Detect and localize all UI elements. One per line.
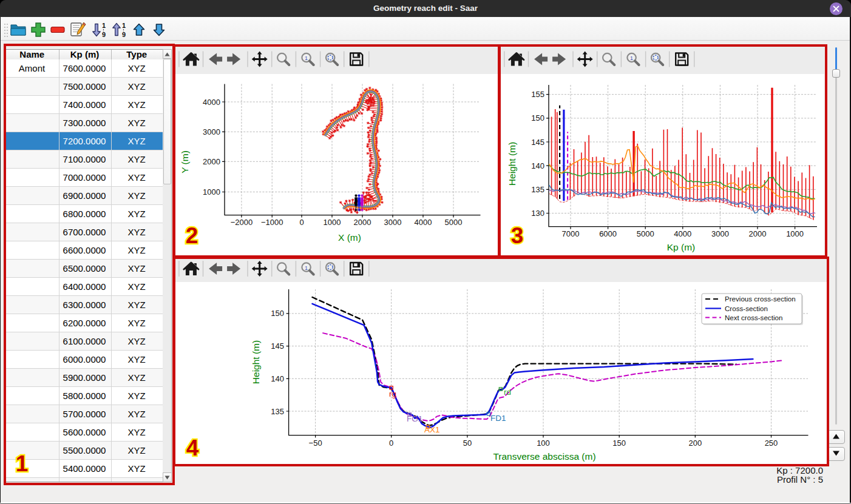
svg-text:9: 9 [102,31,106,38]
svg-text:4000: 4000 [415,218,432,227]
svg-text:−2000: −2000 [231,218,253,227]
svg-text:−1000: −1000 [261,218,283,227]
svg-text:0: 0 [299,218,303,227]
svg-text:Transverse abscissa (m): Transverse abscissa (m) [493,451,595,462]
svg-text:3000: 3000 [384,218,402,227]
svg-text:140: 140 [531,161,544,170]
svg-text:140: 140 [271,374,284,383]
svg-text:Kp (m): Kp (m) [667,242,696,252]
svg-text:Y (m): Y (m) [180,150,190,173]
svg-text:1: 1 [102,22,106,29]
svg-text:0: 0 [389,438,393,448]
svg-text:1: 1 [305,265,308,271]
svg-text:150: 150 [612,438,626,448]
svg-text:1: 1 [122,22,126,29]
svg-text:rg: rg [389,389,396,398]
svg-text:5000: 5000 [637,229,654,238]
svg-text:Cross-section: Cross-section [725,304,768,312]
svg-text:FG1: FG1 [407,414,422,423]
svg-text:Height (m): Height (m) [507,142,517,186]
svg-text:250: 250 [765,438,778,448]
svg-text:1: 1 [305,55,308,61]
svg-text:Previous cross-section: Previous cross-section [725,295,796,303]
svg-text:50: 50 [463,438,472,448]
svg-text:130: 130 [531,209,544,218]
svg-text:145: 145 [271,341,284,351]
svg-text:1: 1 [630,55,633,61]
svg-text:3000: 3000 [203,127,220,136]
svg-text:5000: 5000 [445,218,463,227]
svg-text:7000: 7000 [562,229,580,238]
svg-text:135: 135 [531,185,544,194]
svg-text:4000: 4000 [203,98,220,107]
svg-text:1000: 1000 [203,187,220,197]
svg-text:9: 9 [122,31,126,38]
svg-text:150: 150 [271,309,284,318]
svg-text:FD1: FD1 [490,414,506,423]
svg-text:2000: 2000 [749,229,767,238]
svg-text:2000: 2000 [203,157,220,166]
svg-text:1000: 1000 [786,229,804,238]
svg-text:−50: −50 [309,438,322,448]
svg-text:X (m): X (m) [338,232,361,243]
svg-text:4000: 4000 [674,229,691,238]
svg-text:6000: 6000 [599,229,617,238]
svg-text:2000: 2000 [354,218,371,227]
svg-text:200: 200 [688,438,702,448]
svg-text:Next cross-section: Next cross-section [725,314,782,321]
svg-text:rd: rd [504,388,511,397]
svg-text:1000: 1000 [324,218,341,227]
svg-text:Height (m): Height (m) [251,340,261,384]
svg-text:155: 155 [531,90,544,99]
svg-text:135: 135 [271,407,284,416]
svg-text:AX1: AX1 [424,425,440,434]
svg-text:145: 145 [531,138,544,147]
svg-text:100: 100 [537,438,550,448]
svg-text:3000: 3000 [711,229,729,238]
svg-text:150: 150 [531,113,544,123]
